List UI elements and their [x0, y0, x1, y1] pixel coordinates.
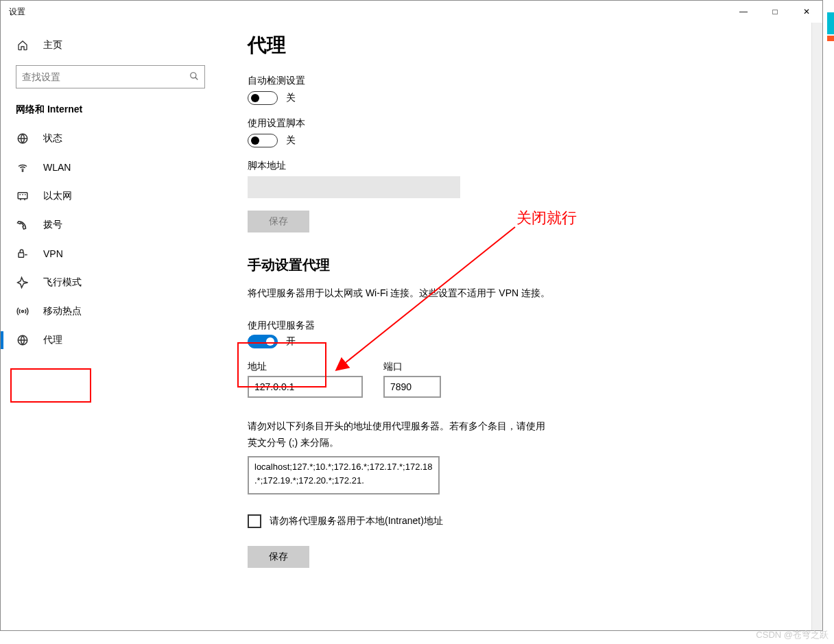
svg-rect-4 — [18, 193, 27, 199]
window-title: 设置 — [1, 1, 728, 23]
exclusion-input[interactable] — [248, 456, 440, 494]
sidebar-item-ethernet[interactable]: 以太网 — [1, 182, 220, 211]
sidebar-item-wlan[interactable]: WLAN — [1, 153, 220, 182]
close-button[interactable]: ✕ — [791, 1, 822, 23]
content-area: 代理 自动检测设置 关 使用设置脚本 关 脚本地址 保存 手动设置代理 将代理服… — [220, 23, 822, 630]
vpn-icon — [16, 248, 29, 260]
ethernet-icon — [16, 190, 29, 202]
sidebar-item-label: 移动热点 — [43, 305, 82, 318]
manual-description: 将代理服务器用于以太网或 Wi-Fi 连接。这些设置不适用于 VPN 连接。 — [248, 285, 563, 302]
svg-line-1 — [195, 77, 198, 80]
script-address-input — [248, 176, 460, 198]
sidebar-item-label: 状态 — [43, 132, 62, 145]
wifi-icon — [16, 161, 29, 174]
sidebar-item-proxy[interactable]: 代理 — [1, 326, 220, 355]
sidebar-item-hotspot[interactable]: 移动热点 — [1, 297, 220, 326]
use-script-toggle[interactable] — [248, 134, 278, 147]
status-icon — [16, 132, 29, 145]
scrollbar[interactable] — [811, 23, 822, 630]
sidebar-item-label: WLAN — [43, 162, 71, 173]
auto-detect-state: 关 — [286, 92, 296, 104]
maximize-button[interactable]: □ — [759, 1, 791, 23]
minimize-button[interactable]: — — [728, 1, 759, 23]
auto-detect-toggle[interactable] — [248, 91, 278, 105]
home-icon — [16, 40, 29, 51]
local-bypass-label: 请勿将代理服务器用于本地(Intranet)地址 — [270, 515, 443, 527]
airplane-icon — [16, 276, 29, 289]
sidebar-home[interactable]: 主页 — [1, 35, 220, 56]
titlebar: 设置 — □ ✕ — [1, 1, 822, 23]
sidebar-item-vpn[interactable]: VPN — [1, 239, 220, 268]
background-sliver — [824, 0, 834, 644]
proxy-icon — [16, 334, 29, 346]
auto-detect-label: 自动检测设置 — [248, 75, 795, 87]
svg-rect-5 — [19, 253, 24, 258]
search-icon — [189, 71, 199, 83]
use-proxy-state: 开 — [286, 335, 296, 348]
page-title: 代理 — [248, 32, 795, 58]
sidebar-item-label: 拨号 — [43, 219, 62, 231]
use-proxy-label: 使用代理服务器 — [248, 320, 795, 332]
sidebar-item-label: 以太网 — [43, 190, 72, 202]
sidebar-item-dialup[interactable]: 拨号 — [1, 211, 220, 239]
sidebar-item-airplane[interactable]: 飞行模式 — [1, 268, 220, 297]
local-bypass-checkbox[interactable] — [248, 514, 261, 528]
sidebar: 主页 网络和 Internet 状态 WLAN 以太网 — [1, 23, 220, 630]
address-input[interactable] — [248, 376, 363, 398]
svg-point-3 — [22, 171, 23, 172]
svg-point-0 — [191, 72, 196, 77]
script-address-label: 脚本地址 — [248, 160, 795, 172]
search-input[interactable] — [22, 71, 189, 82]
exclusion-description: 请勿对以下列条目开头的地址使用代理服务器。若有多个条目，请使用英文分号 (;) … — [248, 418, 549, 451]
use-script-state: 关 — [286, 134, 296, 147]
sidebar-item-label: VPN — [43, 248, 63, 259]
use-script-label: 使用设置脚本 — [248, 117, 795, 130]
manual-section-header: 手动设置代理 — [248, 256, 795, 274]
sidebar-section-header: 网络和 Internet — [1, 104, 220, 124]
dialup-icon — [16, 219, 29, 231]
sidebar-item-label: 飞行模式 — [43, 276, 82, 289]
search-box[interactable] — [16, 65, 205, 88]
svg-point-6 — [22, 311, 24, 313]
watermark: CSDN @苍穹之跃 — [756, 629, 829, 641]
sidebar-item-status[interactable]: 状态 — [1, 124, 220, 153]
sidebar-item-label: 代理 — [43, 334, 62, 346]
port-input[interactable] — [383, 376, 441, 398]
sidebar-home-label: 主页 — [43, 39, 62, 51]
use-proxy-toggle[interactable] — [248, 335, 278, 348]
save-button-1: 保存 — [248, 211, 309, 232]
address-label: 地址 — [248, 361, 363, 373]
hotspot-icon — [16, 305, 29, 318]
port-label: 端口 — [383, 361, 441, 373]
save-button-2[interactable]: 保存 — [248, 546, 309, 568]
